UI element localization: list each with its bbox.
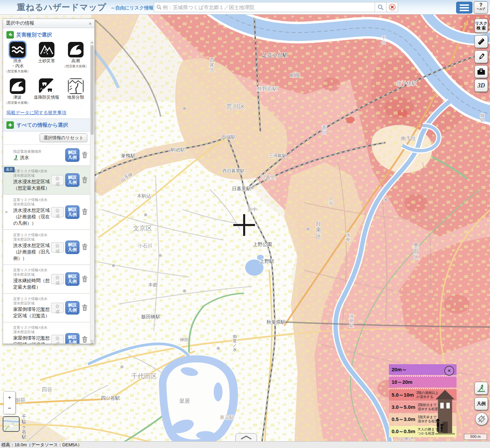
delete-layer-button[interactable] [81, 243, 89, 251]
ruler-icon [477, 37, 486, 46]
scroll-down-icon[interactable]: ▼ [90, 342, 94, 344]
zoom-in-button[interactable]: ＋ [4, 392, 15, 403]
help-button[interactable]: ？ ヘルプ [474, 1, 488, 14]
3d-view-button[interactable]: 3D [474, 79, 488, 92]
minimap-thumbnail [3, 417, 19, 431]
layer-item-evacuation-flood[interactable]: 指定緊急避難場所 洪水 解説凡例 [3, 145, 90, 166]
map-label: 文京区 [133, 225, 152, 232]
overview-minimap[interactable] [3, 416, 20, 432]
search-clear-button[interactable] [387, 2, 398, 12]
toolbox-button[interactable] [474, 65, 488, 78]
composite-button[interactable]: 合成 [51, 335, 64, 344]
help-label: ヘルプ [474, 7, 488, 10]
risk-search-button[interactable]: リスク 検 索 [474, 19, 488, 33]
delete-layer-button[interactable] [81, 151, 89, 159]
legend-explain-button[interactable]: 解説凡例 [65, 148, 79, 162]
tsunami-icon [10, 78, 25, 94]
composite-button[interactable]: 合成 [51, 207, 64, 217]
scroll-thumb[interactable] [91, 45, 94, 135]
map-label: 足立小台駅 [262, 52, 287, 58]
disaster-type-section-label[interactable]: 災害種別で選択 [16, 32, 52, 38]
composite-button[interactable]: 合成 [51, 274, 64, 284]
panel-scrollbar[interactable]: ▲ ▼ [90, 41, 94, 344]
disaster-type-landslide[interactable]: 土砂災害 [32, 42, 61, 74]
map-label: 巣鴨駅 [121, 153, 135, 158]
legend-row: 3.0～5.0m 2階部分まで 浸水する程度 [389, 401, 457, 413]
menu-button[interactable] [456, 2, 472, 14]
map-label: 本郷 [148, 282, 158, 288]
app-title: 重ねるハザードマップ [17, 2, 107, 13]
elevation-statusbar: 標高：18.0m（データソース：DEM5A） [0, 441, 490, 448]
delete-layer-button[interactable] [81, 275, 89, 283]
disaster-type-flood[interactable]: 洪水 ・内水 （想定最大規模） [3, 42, 32, 74]
map-label: 北千住駅 [396, 80, 417, 86]
legend-explain-button[interactable]: 解説凡例 [65, 333, 79, 344]
map-poi-marker: ⊗ [144, 212, 147, 217]
evacuation-site-icon [13, 155, 19, 160]
data-notice-link[interactable]: 掲載データに関する留意事項 [6, 110, 90, 116]
evacuation-sites-button[interactable] [474, 382, 488, 395]
layer-item-flood-plan-old[interactable]: 災害リスク情報>洪水浸水想定区域 洪水浸水想定区域（計画規模（旧凡例）） 合成 … [3, 230, 90, 265]
map-label: 御茶ノ水 [233, 334, 237, 352]
delete-layer-button[interactable] [81, 208, 89, 216]
zoom-out-button[interactable]: − [4, 403, 15, 414]
select-from-all-info[interactable]: すべての情報から選択 [3, 119, 90, 131]
search-input-wrap[interactable] [154, 2, 375, 12]
legend-toggle-button[interactable]: 凡例 [474, 397, 488, 410]
map-poi-marker: ⊗ [306, 226, 310, 231]
map-label: 本駒込 [137, 193, 151, 199]
runner-icon [477, 384, 486, 392]
search-submit-button[interactable] [375, 2, 387, 12]
legend-close-button[interactable]: × [444, 366, 454, 376]
selected-info-panel: 選択中の情報 × 災害種別で選択 洪水 ・内水 （想定最大規模） [3, 19, 95, 344]
map-label: 浅草 [346, 232, 350, 242]
layer-item-flood-max[interactable]: 表示 災害リスク情報>洪水浸水想定区域 洪水浸水想定区域（想定最大規模） 合成 … [3, 166, 90, 195]
map-poi-marker: ⊗ [216, 346, 220, 351]
road-info-icon [39, 78, 54, 94]
legend-row: 0.5～3.0m 1階天井まで 浸水する程度 [389, 414, 457, 425]
composite-button[interactable]: 合成 [51, 242, 64, 252]
legend-row: 0.0～0.5m 大人の膝まで つかる程度 [389, 426, 457, 437]
layer-item-house-collapse-erosion[interactable]: 災害リスク情報>洪水浸水想定区域 家屋倒壊等氾濫想定区域（河岸侵食） 合成 解説… [3, 322, 90, 344]
legend-explain-button[interactable]: 解説凡例 [65, 173, 79, 187]
delete-layer-button[interactable] [81, 176, 89, 184]
search-box [154, 2, 398, 12]
landslide-icon [39, 42, 54, 57]
search-input[interactable] [162, 4, 373, 10]
header: 重ねるハザードマップ ～自由にリスク情報を調べる～ ？ [0, 0, 490, 15]
drag-handle-icon[interactable]: ≡ [5, 209, 8, 215]
legend-explain-button[interactable]: 解説凡例 [65, 205, 79, 219]
disaster-type-storm-surge[interactable]: 高潮 （想定最大規模） [62, 42, 90, 74]
panel-close-button[interactable]: × [89, 21, 92, 26]
disaster-type-road-info[interactable]: 道路防災情報 [32, 78, 61, 105]
map-label: 上野公園 [253, 242, 272, 247]
composite-button[interactable]: 合成 [51, 303, 64, 313]
map-label: 西日暮里駅 [223, 168, 244, 173]
map-label: 西尾久 [210, 57, 214, 73]
draw-button[interactable] [474, 50, 488, 63]
back-icon[interactable] [6, 31, 14, 39]
delete-layer-button[interactable] [81, 335, 89, 344]
scroll-up-icon[interactable]: ▲ [90, 41, 94, 45]
legend-explain-button[interactable]: 解説凡例 [65, 241, 79, 254]
legend-explain-button[interactable]: 解説凡例 [65, 272, 79, 286]
disaster-type-landform[interactable]: 地形分類 [62, 78, 90, 105]
disaster-type-tsunami[interactable]: 津波 （想定最大規模） [3, 78, 32, 105]
reset-selection-button[interactable]: 選択情報のリセット [40, 133, 87, 142]
elevation-panel-pull-tab[interactable] [235, 433, 257, 442]
map-poi-marker: ⊗ [120, 364, 124, 369]
map-poi-marker: ⊗ [183, 288, 186, 293]
measure-button[interactable] [474, 35, 488, 48]
layer-item-inundation-duration[interactable]: 災害リスク情報>洪水浸水想定区域 浸水継続時間（想定最大規模） 合成 解説凡例 [3, 265, 90, 294]
current-location-button[interactable] [475, 413, 488, 425]
legend-explain-button[interactable]: 解説凡例 [65, 301, 79, 315]
layer-item-flood-plan-current[interactable]: ≡ 災害リスク情報>洪水浸水想定区域 洪水浸水想定区域（計画規模（現在の凡例））… [3, 195, 90, 230]
clear-icon [389, 3, 396, 11]
map-label: 秋葉原駅 [266, 319, 285, 325]
help-question-mark: ？ [474, 2, 488, 7]
composite-button[interactable]: 合成 [51, 175, 64, 185]
delete-layer-button[interactable] [81, 304, 89, 312]
map-label: 荒川 [322, 125, 327, 135]
layer-item-house-collapse-flow[interactable]: 災害リスク情報>洪水浸水想定区域 家屋倒壊等氾濫想定区域（氾濫流） 合成 解説凡… [3, 294, 90, 322]
map-label: 堀切 [480, 113, 485, 123]
